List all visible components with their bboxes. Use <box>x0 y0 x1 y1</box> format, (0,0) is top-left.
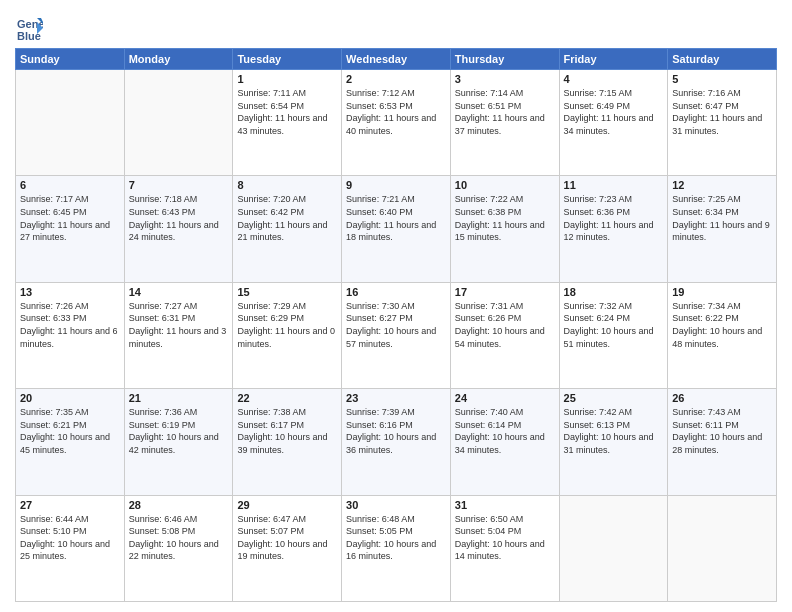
header-sunday: Sunday <box>16 49 125 70</box>
day-info: Sunrise: 7:27 AM Sunset: 6:31 PM Dayligh… <box>129 300 229 350</box>
day-number: 25 <box>564 392 664 404</box>
day-info: Sunrise: 6:44 AM Sunset: 5:10 PM Dayligh… <box>20 513 120 563</box>
table-row: 10Sunrise: 7:22 AM Sunset: 6:38 PM Dayli… <box>450 176 559 282</box>
day-number: 14 <box>129 286 229 298</box>
calendar-header-row: Sunday Monday Tuesday Wednesday Thursday… <box>16 49 777 70</box>
day-number: 13 <box>20 286 120 298</box>
day-info: Sunrise: 7:22 AM Sunset: 6:38 PM Dayligh… <box>455 193 555 243</box>
table-row: 5Sunrise: 7:16 AM Sunset: 6:47 PM Daylig… <box>668 70 777 176</box>
day-info: Sunrise: 7:38 AM Sunset: 6:17 PM Dayligh… <box>237 406 337 456</box>
table-row: 7Sunrise: 7:18 AM Sunset: 6:43 PM Daylig… <box>124 176 233 282</box>
table-row: 25Sunrise: 7:42 AM Sunset: 6:13 PM Dayli… <box>559 389 668 495</box>
day-info: Sunrise: 7:40 AM Sunset: 6:14 PM Dayligh… <box>455 406 555 456</box>
table-row <box>559 495 668 601</box>
day-number: 30 <box>346 499 446 511</box>
calendar-row: 6Sunrise: 7:17 AM Sunset: 6:45 PM Daylig… <box>16 176 777 282</box>
day-number: 24 <box>455 392 555 404</box>
table-row: 26Sunrise: 7:43 AM Sunset: 6:11 PM Dayli… <box>668 389 777 495</box>
day-number: 23 <box>346 392 446 404</box>
day-info: Sunrise: 7:36 AM Sunset: 6:19 PM Dayligh… <box>129 406 229 456</box>
day-number: 20 <box>20 392 120 404</box>
day-info: Sunrise: 7:15 AM Sunset: 6:49 PM Dayligh… <box>564 87 664 137</box>
table-row: 9Sunrise: 7:21 AM Sunset: 6:40 PM Daylig… <box>342 176 451 282</box>
header-wednesday: Wednesday <box>342 49 451 70</box>
day-number: 26 <box>672 392 772 404</box>
table-row: 27Sunrise: 6:44 AM Sunset: 5:10 PM Dayli… <box>16 495 125 601</box>
day-number: 28 <box>129 499 229 511</box>
table-row: 12Sunrise: 7:25 AM Sunset: 6:34 PM Dayli… <box>668 176 777 282</box>
day-number: 16 <box>346 286 446 298</box>
day-info: Sunrise: 7:21 AM Sunset: 6:40 PM Dayligh… <box>346 193 446 243</box>
table-row: 24Sunrise: 7:40 AM Sunset: 6:14 PM Dayli… <box>450 389 559 495</box>
day-info: Sunrise: 6:46 AM Sunset: 5:08 PM Dayligh… <box>129 513 229 563</box>
day-number: 8 <box>237 179 337 191</box>
table-row: 28Sunrise: 6:46 AM Sunset: 5:08 PM Dayli… <box>124 495 233 601</box>
day-number: 9 <box>346 179 446 191</box>
day-info: Sunrise: 7:17 AM Sunset: 6:45 PM Dayligh… <box>20 193 120 243</box>
table-row: 4Sunrise: 7:15 AM Sunset: 6:49 PM Daylig… <box>559 70 668 176</box>
day-number: 15 <box>237 286 337 298</box>
table-row <box>16 70 125 176</box>
day-info: Sunrise: 6:50 AM Sunset: 5:04 PM Dayligh… <box>455 513 555 563</box>
day-number: 19 <box>672 286 772 298</box>
day-number: 7 <box>129 179 229 191</box>
calendar-row: 27Sunrise: 6:44 AM Sunset: 5:10 PM Dayli… <box>16 495 777 601</box>
table-row: 20Sunrise: 7:35 AM Sunset: 6:21 PM Dayli… <box>16 389 125 495</box>
day-number: 29 <box>237 499 337 511</box>
day-number: 22 <box>237 392 337 404</box>
day-info: Sunrise: 7:23 AM Sunset: 6:36 PM Dayligh… <box>564 193 664 243</box>
day-info: Sunrise: 7:25 AM Sunset: 6:34 PM Dayligh… <box>672 193 772 243</box>
table-row: 13Sunrise: 7:26 AM Sunset: 6:33 PM Dayli… <box>16 282 125 388</box>
day-number: 11 <box>564 179 664 191</box>
day-number: 18 <box>564 286 664 298</box>
day-info: Sunrise: 7:11 AM Sunset: 6:54 PM Dayligh… <box>237 87 337 137</box>
day-info: Sunrise: 7:20 AM Sunset: 6:42 PM Dayligh… <box>237 193 337 243</box>
day-number: 3 <box>455 73 555 85</box>
table-row: 16Sunrise: 7:30 AM Sunset: 6:27 PM Dayli… <box>342 282 451 388</box>
calendar-row: 20Sunrise: 7:35 AM Sunset: 6:21 PM Dayli… <box>16 389 777 495</box>
header: General Blue <box>15 10 777 42</box>
day-info: Sunrise: 7:30 AM Sunset: 6:27 PM Dayligh… <box>346 300 446 350</box>
calendar-row: 1Sunrise: 7:11 AM Sunset: 6:54 PM Daylig… <box>16 70 777 176</box>
table-row: 31Sunrise: 6:50 AM Sunset: 5:04 PM Dayli… <box>450 495 559 601</box>
table-row: 6Sunrise: 7:17 AM Sunset: 6:45 PM Daylig… <box>16 176 125 282</box>
table-row: 11Sunrise: 7:23 AM Sunset: 6:36 PM Dayli… <box>559 176 668 282</box>
table-row: 17Sunrise: 7:31 AM Sunset: 6:26 PM Dayli… <box>450 282 559 388</box>
calendar-table: Sunday Monday Tuesday Wednesday Thursday… <box>15 48 777 602</box>
logo-icon: General Blue <box>15 14 43 42</box>
day-info: Sunrise: 7:14 AM Sunset: 6:51 PM Dayligh… <box>455 87 555 137</box>
day-number: 6 <box>20 179 120 191</box>
day-number: 12 <box>672 179 772 191</box>
header-friday: Friday <box>559 49 668 70</box>
day-info: Sunrise: 6:47 AM Sunset: 5:07 PM Dayligh… <box>237 513 337 563</box>
table-row <box>124 70 233 176</box>
day-info: Sunrise: 7:12 AM Sunset: 6:53 PM Dayligh… <box>346 87 446 137</box>
logo: General Blue <box>15 14 47 42</box>
table-row: 15Sunrise: 7:29 AM Sunset: 6:29 PM Dayli… <box>233 282 342 388</box>
day-info: Sunrise: 7:42 AM Sunset: 6:13 PM Dayligh… <box>564 406 664 456</box>
table-row: 29Sunrise: 6:47 AM Sunset: 5:07 PM Dayli… <box>233 495 342 601</box>
day-info: Sunrise: 7:39 AM Sunset: 6:16 PM Dayligh… <box>346 406 446 456</box>
day-info: Sunrise: 7:18 AM Sunset: 6:43 PM Dayligh… <box>129 193 229 243</box>
table-row: 14Sunrise: 7:27 AM Sunset: 6:31 PM Dayli… <box>124 282 233 388</box>
day-info: Sunrise: 7:31 AM Sunset: 6:26 PM Dayligh… <box>455 300 555 350</box>
calendar-row: 13Sunrise: 7:26 AM Sunset: 6:33 PM Dayli… <box>16 282 777 388</box>
page: General Blue Sunday Monday Tuesday Wedne… <box>0 0 792 612</box>
day-number: 21 <box>129 392 229 404</box>
day-number: 1 <box>237 73 337 85</box>
table-row: 8Sunrise: 7:20 AM Sunset: 6:42 PM Daylig… <box>233 176 342 282</box>
day-number: 4 <box>564 73 664 85</box>
day-info: Sunrise: 7:32 AM Sunset: 6:24 PM Dayligh… <box>564 300 664 350</box>
table-row <box>668 495 777 601</box>
table-row: 21Sunrise: 7:36 AM Sunset: 6:19 PM Dayli… <box>124 389 233 495</box>
day-number: 31 <box>455 499 555 511</box>
day-info: Sunrise: 7:35 AM Sunset: 6:21 PM Dayligh… <box>20 406 120 456</box>
day-info: Sunrise: 7:26 AM Sunset: 6:33 PM Dayligh… <box>20 300 120 350</box>
day-number: 2 <box>346 73 446 85</box>
header-saturday: Saturday <box>668 49 777 70</box>
day-number: 5 <box>672 73 772 85</box>
day-info: Sunrise: 7:29 AM Sunset: 6:29 PM Dayligh… <box>237 300 337 350</box>
table-row: 2Sunrise: 7:12 AM Sunset: 6:53 PM Daylig… <box>342 70 451 176</box>
header-tuesday: Tuesday <box>233 49 342 70</box>
day-info: Sunrise: 7:43 AM Sunset: 6:11 PM Dayligh… <box>672 406 772 456</box>
